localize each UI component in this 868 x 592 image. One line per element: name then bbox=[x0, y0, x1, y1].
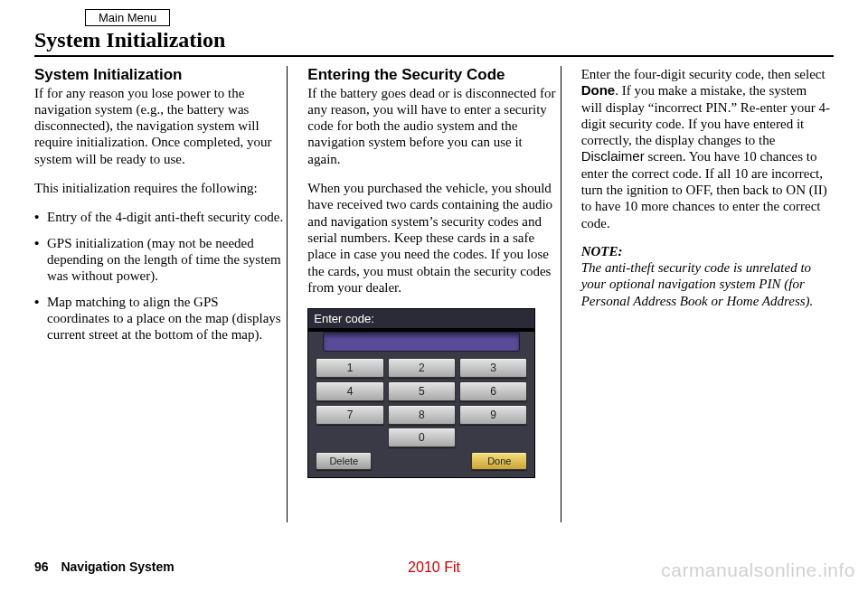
col1-heading: System Initialization bbox=[34, 66, 283, 84]
keypad-input-field[interactable] bbox=[323, 332, 520, 352]
col3-p1: Enter the four-digit security code, then… bbox=[581, 66, 830, 231]
footer: 96 Navigation System bbox=[34, 559, 175, 574]
keypad-zero-row: 0 bbox=[316, 428, 527, 450]
col2-p1: If the battery goes dead or is disconnec… bbox=[307, 85, 556, 167]
col1-bullet-list: •Entry of the 4-digit anti-theft securit… bbox=[34, 209, 283, 343]
keypad-done-button[interactable]: Done bbox=[471, 452, 527, 470]
watermark: carmanualsonline.info bbox=[661, 559, 855, 581]
note-block: NOTE: The anti-theft security code is un… bbox=[581, 244, 830, 309]
key-1[interactable]: 1 bbox=[316, 358, 383, 378]
main-menu-button[interactable]: Main Menu bbox=[85, 9, 170, 26]
key-3[interactable]: 3 bbox=[459, 358, 527, 378]
col3-p1a: Enter the four-digit security code, then… bbox=[581, 67, 826, 81]
key-2[interactable]: 2 bbox=[388, 358, 456, 378]
column-3: Enter the four-digit security code, then… bbox=[581, 66, 834, 522]
page-title: System Initialization bbox=[34, 28, 834, 57]
security-code-keypad: Enter code: 1 2 3 4 5 6 7 8 9 0 bbox=[307, 308, 535, 478]
col1-p2: This initialization requires the followi… bbox=[34, 180, 283, 196]
column-2: Entering the Security Code If the batter… bbox=[307, 66, 561, 522]
list-item: •GPS initialization (may not be needed d… bbox=[34, 235, 283, 285]
key-8[interactable]: 8 bbox=[388, 405, 456, 425]
bullet-icon: • bbox=[34, 235, 47, 285]
bullet-text: Map matching to align the GPS coordinate… bbox=[47, 294, 283, 343]
note-label: NOTE: bbox=[581, 244, 623, 258]
bullet-text: Entry of the 4-digit anti-theft security… bbox=[47, 209, 283, 225]
bullet-text: GPS initialization (may not be needed de… bbox=[47, 235, 283, 285]
col2-heading: Entering the Security Code bbox=[307, 66, 556, 84]
key-6[interactable]: 6 bbox=[459, 381, 527, 401]
key-5[interactable]: 5 bbox=[388, 381, 456, 401]
note-text: The anti-theft security code is unrelate… bbox=[581, 260, 814, 308]
keypad-body: 1 2 3 4 5 6 7 8 9 0 Delete Done bbox=[308, 332, 534, 477]
bullet-icon: • bbox=[34, 209, 47, 225]
content-columns: System Initialization If for any reason … bbox=[34, 66, 834, 522]
column-1: System Initialization If for any reason … bbox=[34, 66, 288, 522]
page-number: 96 bbox=[34, 559, 49, 574]
col1-p1: If for any reason you lose power to the … bbox=[34, 85, 283, 167]
keypad-prompt: Enter code: bbox=[308, 309, 534, 329]
bullet-icon: • bbox=[34, 294, 47, 343]
keypad-digit-grid: 1 2 3 4 5 6 7 8 9 bbox=[316, 356, 527, 428]
done-word: Done bbox=[581, 82, 616, 98]
key-0[interactable]: 0 bbox=[388, 428, 456, 447]
model-year: 2010 Fit bbox=[408, 559, 460, 576]
key-4[interactable]: 4 bbox=[316, 381, 383, 401]
list-item: •Entry of the 4-digit anti-theft securit… bbox=[34, 209, 283, 225]
keypad-delete-button[interactable]: Delete bbox=[316, 452, 372, 470]
keypad-action-row: Delete Done bbox=[316, 450, 527, 474]
col2-p2: When you purchased the vehicle, you shou… bbox=[307, 180, 556, 296]
footer-section: Navigation System bbox=[61, 559, 174, 574]
list-item: •Map matching to align the GPS coordinat… bbox=[34, 294, 283, 343]
col3-p1b: . If you make a mistake, the system will… bbox=[581, 83, 830, 147]
key-9[interactable]: 9 bbox=[459, 405, 527, 425]
disclaimer-word: Disclaimer bbox=[581, 148, 645, 164]
key-7[interactable]: 7 bbox=[316, 405, 383, 425]
